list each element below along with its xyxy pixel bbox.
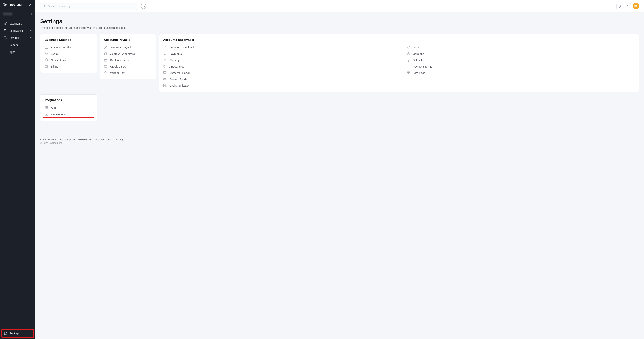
logo-icon xyxy=(3,3,8,7)
svg-point-29 xyxy=(165,86,166,87)
search-icon xyxy=(42,5,46,8)
sidebar-item-label: Apps xyxy=(9,51,15,54)
setting-developers[interactable]: Developers xyxy=(43,111,94,118)
card-accounts-receivable: Accounts Receivable Accounts Receivable … xyxy=(159,34,639,92)
org-switcher[interactable] xyxy=(0,10,36,18)
setting-appearance[interactable]: Appearance xyxy=(163,63,392,70)
setting-label: Coupons xyxy=(413,52,424,55)
sidebar-header: Invoiced xyxy=(0,0,36,10)
setting-payment-terms[interactable]: Payment Terms xyxy=(406,63,635,70)
sidebar-item-apps[interactable]: Apps xyxy=(0,49,36,56)
sidebar-item-dashboard[interactable]: Dashboard xyxy=(0,20,36,27)
svg-point-6 xyxy=(5,51,6,51)
footer-link-api[interactable]: API xyxy=(101,138,105,141)
footer-link-documentation[interactable]: Documentation xyxy=(40,138,56,141)
setting-approval-workflows[interactable]: Approval Workflows xyxy=(104,51,152,57)
notifications-button[interactable] xyxy=(616,3,623,9)
sidebar-item-receivables[interactable]: Receivables xyxy=(0,27,36,34)
team-icon xyxy=(44,52,48,56)
setting-business-profile[interactable]: Business Profile xyxy=(44,44,92,51)
portal-icon xyxy=(163,71,167,75)
vendor-pay-icon xyxy=(104,71,108,75)
setting-accounts-receivable[interactable]: Accounts Receivable xyxy=(163,44,392,51)
setting-label: Appearance xyxy=(170,65,184,68)
svg-point-12 xyxy=(5,53,6,53)
tax-icon xyxy=(406,58,410,62)
svg-point-40 xyxy=(47,107,48,108)
setting-cash-application[interactable]: Cash Application xyxy=(163,82,392,89)
sidebar-item-payables[interactable]: Payables xyxy=(0,34,36,41)
setting-billing[interactable]: Billing xyxy=(44,63,92,70)
dashboard-icon xyxy=(3,22,7,25)
setting-notifications[interactable]: Notifications xyxy=(44,57,92,63)
search-input[interactable] xyxy=(40,3,137,10)
svg-point-16 xyxy=(45,53,46,54)
svg-point-38 xyxy=(45,107,46,108)
card-accounts-payable: Accounts Payable Accounts Payable Approv… xyxy=(100,34,156,79)
card-title: Accounts Payable xyxy=(104,38,152,42)
svg-point-24 xyxy=(164,59,165,59)
svg-rect-27 xyxy=(166,79,166,80)
code-icon xyxy=(45,112,48,116)
setting-label: Bank Accounts xyxy=(110,59,128,62)
fields-icon xyxy=(163,77,167,81)
collapse-sidebar-button[interactable] xyxy=(28,3,32,7)
apps-grid-icon xyxy=(44,106,48,110)
sidebar: Invoiced Dashboard Receivables xyxy=(0,0,36,339)
svg-point-7 xyxy=(6,51,6,51)
sidebar-item-label: Payables xyxy=(9,36,20,39)
avatar[interactable]: DE xyxy=(633,3,639,9)
footer-link-terms[interactable]: Terms xyxy=(107,138,114,141)
reports-icon xyxy=(3,43,7,47)
setting-custom-fields[interactable]: Custom Fields xyxy=(163,76,392,82)
svg-point-41 xyxy=(45,108,46,109)
setting-vendor-pay[interactable]: Vendor Pay xyxy=(104,70,152,76)
setting-label: Items xyxy=(413,46,420,49)
cards-row-2: Integrations Apps Developers xyxy=(40,94,639,121)
setting-bank-accounts[interactable]: Bank Accounts xyxy=(104,57,152,63)
setting-apps[interactable]: Apps xyxy=(44,104,92,111)
sidebar-nav: Dashboard Receivables Payables xyxy=(0,18,36,328)
undo-button[interactable] xyxy=(141,4,146,9)
setting-label: Cash Application xyxy=(170,84,190,87)
column-divider xyxy=(399,44,399,89)
svg-point-13 xyxy=(6,53,6,53)
footer-link-blog[interactable]: Blog xyxy=(94,138,99,141)
setting-label: Accounts Receivable xyxy=(170,46,196,49)
setting-coupons[interactable]: Coupons xyxy=(406,51,635,57)
setting-label: Approval Workflows xyxy=(110,52,135,55)
cash-icon xyxy=(163,84,167,87)
sidebar-item-label: Reports xyxy=(9,44,18,47)
svg-point-0 xyxy=(6,23,7,23)
setting-team[interactable]: Team xyxy=(44,51,92,57)
content: Settings The settings center lets you ad… xyxy=(36,13,644,127)
payables-icon xyxy=(3,36,7,40)
setting-customer-portal[interactable]: Customer Portal xyxy=(163,70,392,76)
sidebar-item-label: Settings xyxy=(10,332,19,335)
coupon-icon xyxy=(406,52,410,56)
setting-sales-tax[interactable]: Sales Tax xyxy=(406,57,635,63)
copyright: © 2024 Invoiced, Inc. xyxy=(40,142,639,144)
avatar-initials: DE xyxy=(634,5,638,8)
help-button[interactable]: ? xyxy=(624,3,631,9)
topbar: ? DE xyxy=(36,0,644,13)
footer-link-help[interactable]: Help & Support xyxy=(58,138,75,141)
setting-label: Team xyxy=(51,52,58,55)
main: ? DE Settings The settings center lets y… xyxy=(36,0,644,339)
sidebar-item-reports[interactable]: Reports xyxy=(0,41,36,49)
bell-icon xyxy=(618,5,621,8)
svg-point-30 xyxy=(409,47,410,47)
help-icon: ? xyxy=(627,5,628,8)
setting-accounts-payable[interactable]: Accounts Payable xyxy=(104,44,152,51)
setting-credit-cards[interactable]: Credit Cards xyxy=(104,63,152,70)
setting-late-fees[interactable]: Late Fees xyxy=(406,70,635,76)
setting-chasing[interactable]: Chasing xyxy=(163,57,392,63)
setting-label: Custom Fields xyxy=(170,78,187,81)
footer-link-release-notes[interactable]: Release Notes xyxy=(77,138,92,141)
footer-link-privacy[interactable]: Privacy xyxy=(115,138,123,141)
bell-icon xyxy=(44,58,48,62)
setting-payments[interactable]: Payments xyxy=(163,51,392,57)
sidebar-item-settings[interactable]: Settings xyxy=(2,329,34,337)
svg-point-42 xyxy=(46,108,47,109)
setting-items[interactable]: Items xyxy=(406,44,635,51)
